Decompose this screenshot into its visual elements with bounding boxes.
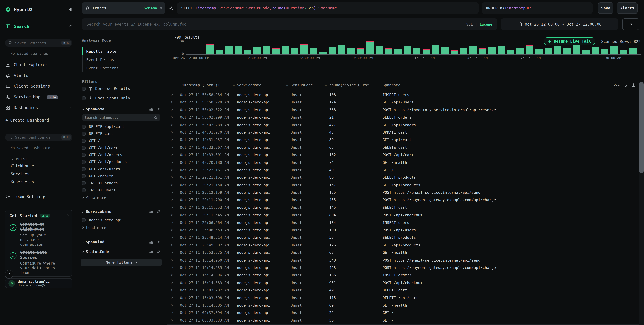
filter-value-row[interactable]: GET / <box>82 137 160 144</box>
language-lucene[interactable]: Lucene <box>480 22 492 26</box>
row-expand-icon[interactable]: > <box>171 243 173 247</box>
row-expand-icon[interactable]: > <box>171 311 173 314</box>
row-expand-icon[interactable]: > <box>171 265 173 269</box>
checkbox[interactable] <box>82 96 86 100</box>
results-histogram[interactable]: 36 0 Oct 26 12:00:00 PM3:30:00 PM6:30:00… <box>168 32 644 63</box>
order-by-input[interactable]: ORDER BY Timestamp DESC <box>482 2 593 14</box>
preset-kubernetes[interactable]: Kubernetes <box>0 178 78 186</box>
date-range-picker[interactable]: Oct 26 12:00:00 - Oct 27 12:00:00 <box>501 18 618 30</box>
table-row[interactable]: >Oct 27 11:16:14.396 AMnodejs-demo-apiUn… <box>168 272 639 279</box>
user-menu[interactable]: D dominic.tran@c… dominic.tran@cli… <box>5 278 72 288</box>
pin-icon[interactable] <box>156 240 160 244</box>
select-query-input[interactable]: SELECT Timestamp,ServiceName,StatusCode,… <box>177 2 478 14</box>
column-header-spanname[interactable]: SpanName <box>382 83 400 87</box>
row-expand-icon[interactable]: > <box>171 258 173 262</box>
filter-value-row[interactable]: GET /api/cart <box>82 144 160 151</box>
column-header-timestamp[interactable]: Timestamp (Local)↓ <box>180 83 220 87</box>
alerts-button[interactable]: Alerts <box>617 2 638 14</box>
pin-icon[interactable] <box>156 107 160 111</box>
filter-group-servicename[interactable]: ServiceName <box>82 209 160 214</box>
checkbox[interactable] <box>82 160 86 164</box>
row-expand-icon[interactable]: > <box>171 296 173 299</box>
more-filters-button[interactable]: More filters <box>80 259 162 266</box>
save-button[interactable]: Save <box>598 2 614 14</box>
row-expand-icon[interactable]: > <box>171 190 173 194</box>
row-expand-icon[interactable]: > <box>171 130 173 134</box>
row-expand-icon[interactable]: > <box>171 228 173 232</box>
mode-event-patterns[interactable]: Event Patterns <box>82 64 160 72</box>
presets-toggle[interactable]: PRESETS <box>12 156 78 162</box>
sidebar-item-team-settings[interactable]: Team Settings <box>0 191 78 201</box>
table-row[interactable]: >Oct 27 11:42:33.301 AMnodejs-demo-apiUn… <box>168 151 639 159</box>
drag-handle-icon[interactable]: ⠿ <box>378 83 381 87</box>
wrap-text-icon[interactable] <box>623 83 628 87</box>
saved-dashboards-input[interactable]: Saved Dashboards ⌘ K <box>5 134 72 141</box>
filter-value-row[interactable]: GET /api/products <box>82 158 160 166</box>
row-expand-icon[interactable]: > <box>171 138 173 142</box>
language-sql[interactable]: SQL <box>466 22 473 26</box>
filter-value-row[interactable]: DELETE /api/cart <box>82 123 160 130</box>
sidebar-item-alerts[interactable]: Alerts <box>0 70 78 81</box>
table-row[interactable]: >Oct 27 11:06:33.033 AMnodejs-demo-apiUn… <box>168 317 639 323</box>
mode-results-table[interactable]: Results Table <box>82 47 160 55</box>
column-header-statuscode[interactable]: StatusCode <box>290 83 313 87</box>
bar-chart-icon[interactable] <box>149 209 153 213</box>
run-query-button[interactable] <box>622 18 639 30</box>
row-expand-icon[interactable]: > <box>171 235 173 239</box>
row-expand-icon[interactable]: > <box>171 303 173 307</box>
table-row[interactable]: >Oct 27 11:33:22.161 AMnodejs-demo-apiUn… <box>168 167 639 174</box>
checkbox[interactable] <box>82 132 86 136</box>
row-expand-icon[interactable]: > <box>171 115 173 119</box>
pin-icon[interactable] <box>156 250 160 254</box>
table-row[interactable]: >Oct 27 11:44:31.957 AMnodejs-demo-apiUn… <box>168 136 639 144</box>
checkbox[interactable] <box>82 87 86 91</box>
table-row[interactable]: >Oct 27 11:53:58.934 AMnodejs-demo-apiUn… <box>168 91 639 99</box>
drag-handle-icon[interactable]: ⠿ <box>286 83 288 87</box>
filter-group-statuscode[interactable]: StatusCode <box>82 249 160 254</box>
toggle-root-spans-only[interactable]: Root Spans Only <box>82 93 160 103</box>
table-row[interactable]: >Oct 27 11:29:12.159 AMnodejs-demo-apiUn… <box>168 189 639 197</box>
checkbox[interactable] <box>82 174 86 178</box>
filter-value-row[interactable]: GET /api/users <box>82 166 160 173</box>
row-expand-icon[interactable]: > <box>171 175 173 179</box>
table-row[interactable]: >Oct 27 11:23:49.514 AMnodejs-demo-apiUn… <box>168 234 639 242</box>
table-row[interactable]: >Oct 27 11:29:21.150 AMnodejs-demo-apiUn… <box>168 181 639 189</box>
filter-value-search-input[interactable]: Search values... <box>82 115 160 121</box>
table-row[interactable]: >Oct 27 11:13:14.885 AMnodejs-demo-apiUn… <box>168 302 639 309</box>
row-expand-icon[interactable]: > <box>171 160 173 164</box>
chevron-up-icon[interactable] <box>66 214 69 217</box>
checkbox[interactable] <box>82 218 86 222</box>
row-expand-icon[interactable]: > <box>171 213 173 217</box>
code-view-icon[interactable]: </> <box>614 83 620 87</box>
row-expand-icon[interactable]: > <box>171 281 173 284</box>
table-row[interactable]: >Oct 27 11:44:31.970 AMnodejs-demo-apiUn… <box>168 129 639 136</box>
table-row[interactable]: >Oct 27 11:50:02.322 AMnodejs-demo-apiUn… <box>168 106 639 114</box>
filter-group-spankind[interactable]: SpanKind <box>82 240 160 244</box>
checkbox[interactable] <box>82 167 86 171</box>
table-row[interactable]: >Oct 27 11:29:11.700 AMnodejs-demo-apiUn… <box>168 197 639 204</box>
checkbox[interactable] <box>82 125 86 129</box>
drag-handle-icon[interactable]: ⠿ <box>324 83 327 87</box>
horizontal-scrollbar[interactable] <box>168 324 639 325</box>
filter-value-row[interactable]: GET /api/orders <box>82 151 160 158</box>
mode-event-deltas[interactable]: Event Deltas <box>82 55 160 64</box>
row-expand-icon[interactable]: > <box>171 145 173 149</box>
pin-icon[interactable] <box>156 209 160 213</box>
bar-chart-icon[interactable] <box>149 250 153 254</box>
table-row[interactable]: >Oct 27 11:50:02.299 AMnodejs-demo-apiUn… <box>168 114 639 121</box>
row-expand-icon[interactable]: > <box>171 183 173 186</box>
bar-chart-icon[interactable] <box>149 240 153 244</box>
chevron-up-icon[interactable] <box>70 25 72 28</box>
download-icon[interactable] <box>631 83 636 87</box>
sidebar-item-dashboards[interactable]: Dashboards <box>0 102 78 113</box>
row-expand-icon[interactable]: > <box>171 250 173 254</box>
filter-value-row[interactable]: DELETE cart <box>82 130 160 137</box>
sidebar-item-chart-explorer[interactable]: Chart Explorer <box>0 60 78 70</box>
table-row[interactable]: >Oct 27 11:16:14.960 AMnodejs-demo-apiUn… <box>168 257 639 264</box>
filter-value-row[interactable]: nodejs-demo-api <box>82 217 160 224</box>
checkbox[interactable] <box>82 188 86 192</box>
table-row[interactable]: >Oct 27 11:16:14.383 AMnodejs-demo-apiUn… <box>168 279 639 287</box>
row-expand-icon[interactable]: > <box>171 205 173 209</box>
table-row[interactable]: >Oct 27 11:50:02.289 AMnodejs-demo-apiUn… <box>168 121 639 129</box>
table-row[interactable]: >Oct 27 11:09:37.094 AMnodejs-demo-apiUn… <box>168 309 639 317</box>
